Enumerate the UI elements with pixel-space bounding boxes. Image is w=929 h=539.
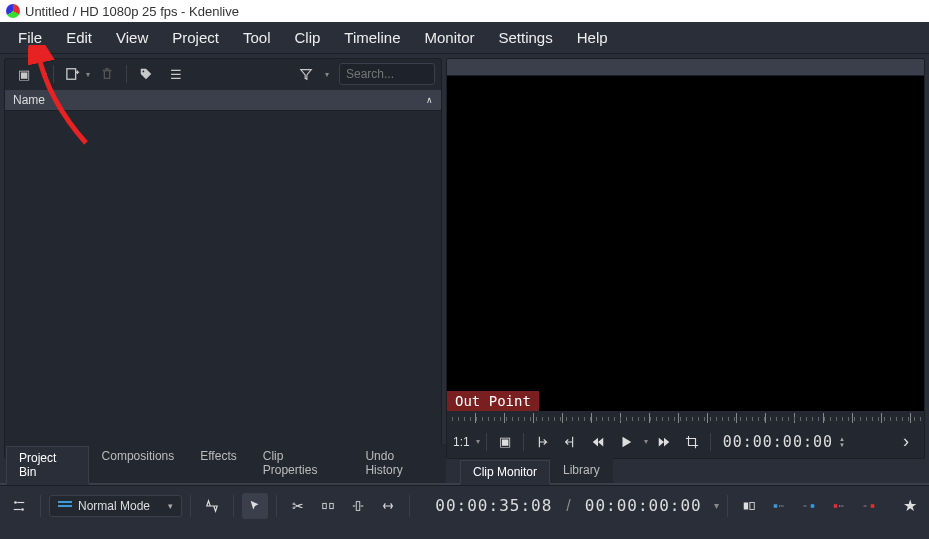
razor-tool-button[interactable]: ✂	[285, 493, 311, 519]
track-settings-icon[interactable]	[6, 493, 32, 519]
delete-clip-button[interactable]	[94, 62, 120, 86]
project-bin-panel: ▣ ▾ ▾ ☰ ▾ Name ∧	[4, 58, 442, 459]
spacer-tool-button[interactable]	[315, 493, 341, 519]
marker4-button[interactable]	[856, 493, 882, 519]
timeline-timecode-total: 00:00:00:00	[585, 496, 702, 515]
zone-button[interactable]: ▣	[493, 430, 517, 454]
favorite-button[interactable]: ★	[897, 493, 923, 519]
menu-clip[interactable]: Clip	[283, 25, 333, 50]
menu-monitor[interactable]: Monitor	[412, 25, 486, 50]
svg-rect-11	[743, 502, 747, 509]
tab-undo-history[interactable]: Undo History	[352, 444, 446, 483]
mode-label: Normal Mode	[78, 499, 150, 513]
marker2-button[interactable]	[796, 493, 822, 519]
tab-project-bin[interactable]: Project Bin	[6, 446, 89, 485]
set-in-button[interactable]	[530, 430, 554, 454]
svg-rect-8	[323, 503, 327, 508]
monitor-topbar[interactable]	[446, 58, 925, 76]
menu-edit[interactable]: Edit	[54, 25, 104, 50]
tab-clip-monitor[interactable]: Clip Monitor	[460, 460, 550, 485]
filter-dropdown[interactable]: ▾	[325, 70, 329, 79]
marker3-button[interactable]	[826, 493, 852, 519]
scale-dropdown[interactable]: ▾	[476, 437, 480, 446]
panel-tabs-row: Project Bin Compositions Effects Clip Pr…	[0, 461, 929, 485]
timeline-toolbar: Normal Mode ▾ ✂ 00:00:35:08 / 00:00:00:0…	[0, 485, 929, 525]
mode-icon	[58, 505, 72, 507]
tab-clip-properties[interactable]: Clip Properties	[250, 444, 353, 483]
selection-tool-button[interactable]	[242, 493, 268, 519]
out-point-badge: Out Point	[447, 391, 539, 411]
monitor-controls: 1:1 ▾ ▣ ▾ 00:00:0	[446, 425, 925, 459]
view-mode-button[interactable]: ▣	[11, 62, 37, 86]
set-out-button[interactable]	[558, 430, 582, 454]
mix-button[interactable]	[736, 493, 762, 519]
svg-rect-10	[356, 501, 360, 510]
svg-rect-12	[750, 502, 754, 509]
timecode-separator: /	[566, 497, 570, 515]
rewind-button[interactable]	[586, 430, 610, 454]
tag-button[interactable]	[133, 62, 159, 86]
svg-rect-13	[773, 504, 777, 508]
options-button[interactable]: ›	[894, 430, 918, 454]
svg-rect-15	[833, 504, 837, 508]
svg-point-6	[21, 508, 24, 511]
menu-view[interactable]: View	[104, 25, 160, 50]
menu-help[interactable]: Help	[565, 25, 620, 50]
search-input[interactable]	[339, 63, 435, 85]
edit-mode-combo[interactable]: Normal Mode ▾	[49, 495, 182, 517]
timecode-spinner[interactable]: ▲▼	[839, 436, 845, 448]
menu-tool[interactable]: Tool	[231, 25, 283, 50]
svg-rect-0	[67, 69, 76, 80]
monitor-ruler[interactable]	[446, 411, 925, 425]
svg-point-4	[14, 501, 17, 504]
add-clip-dropdown[interactable]: ▾	[86, 70, 90, 79]
filter-button[interactable]	[293, 62, 319, 86]
menu-settings[interactable]: Settings	[487, 25, 565, 50]
column-name-label: Name	[13, 93, 45, 107]
scale-label: 1:1	[453, 435, 470, 449]
crop-button[interactable]	[680, 430, 704, 454]
menu-project[interactable]: Project	[160, 25, 231, 50]
svg-rect-9	[330, 503, 334, 508]
app-icon	[6, 4, 20, 18]
compositing-button[interactable]	[199, 493, 225, 519]
tab-effects[interactable]: Effects	[187, 444, 249, 483]
add-clip-button[interactable]	[60, 62, 86, 86]
menu-bar: File Edit View Project Tool Clip Timelin…	[0, 22, 929, 54]
monitor-viewport[interactable]: Out Point	[446, 76, 925, 411]
separator	[126, 65, 127, 83]
insert-button[interactable]	[345, 493, 371, 519]
separator	[53, 65, 54, 83]
title-bar: Untitled / HD 1080p 25 fps - Kdenlive	[0, 0, 929, 22]
overwrite-button[interactable]	[375, 493, 401, 519]
column-header-name[interactable]: Name ∧	[5, 89, 441, 111]
timecode-dropdown[interactable]: ▾	[714, 500, 719, 511]
forward-button[interactable]	[652, 430, 676, 454]
monitor-panel: Out Point 1:1 ▾ ▣ ▾	[446, 58, 925, 459]
sort-arrow-icon: ∧	[426, 95, 433, 105]
search-field[interactable]	[339, 63, 435, 85]
menu-timeline[interactable]: Timeline	[332, 25, 412, 50]
tab-compositions[interactable]: Compositions	[89, 444, 188, 483]
play-dropdown[interactable]: ▾	[644, 437, 648, 446]
view-mode-dropdown[interactable]: ▾	[43, 70, 47, 79]
bin-toolbar: ▣ ▾ ▾ ☰ ▾	[5, 59, 441, 89]
menu-file[interactable]: File	[6, 25, 54, 50]
svg-rect-14	[810, 504, 814, 508]
monitor-timecode[interactable]: 00:00:00:00	[723, 433, 833, 451]
play-button[interactable]	[614, 430, 638, 454]
window-title: Untitled / HD 1080p 25 fps - Kdenlive	[25, 4, 239, 19]
svg-rect-16	[870, 504, 874, 508]
svg-point-3	[143, 71, 145, 73]
tab-library[interactable]: Library	[550, 458, 613, 483]
timeline-timecode-current[interactable]: 00:00:35:08	[435, 496, 552, 515]
menu-button[interactable]: ☰	[163, 62, 189, 86]
ruler-ticks	[447, 413, 924, 423]
chevron-down-icon: ▾	[168, 501, 173, 511]
bin-clip-area[interactable]	[5, 111, 441, 458]
marker1-button[interactable]	[766, 493, 792, 519]
